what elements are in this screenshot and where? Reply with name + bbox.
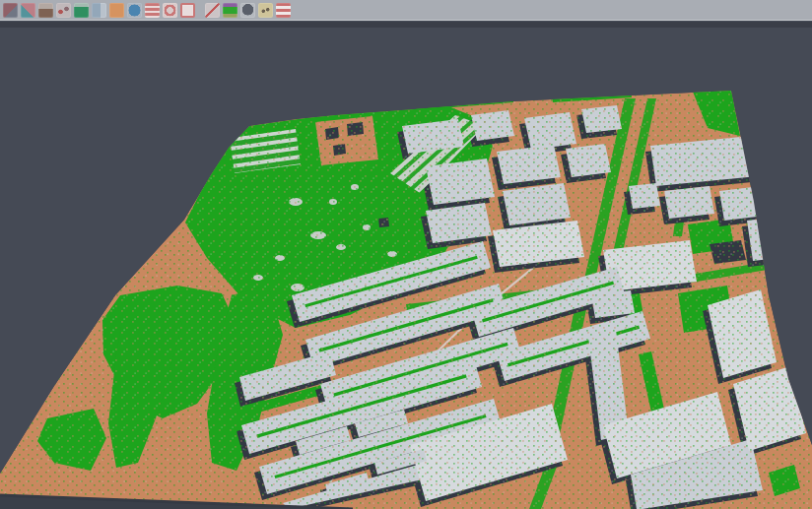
toolbar-separator-strip <box>0 22 812 28</box>
application-window <box>0 0 812 509</box>
toolbar-icon-red-list[interactable] <box>145 3 160 18</box>
toolbar <box>0 0 812 21</box>
terrain-layer <box>0 90 812 509</box>
3d-viewport[interactable] <box>0 0 812 509</box>
toolbar-icon-globe-sphere[interactable] <box>127 3 142 18</box>
toolbar-icon-mesh-terrain[interactable] <box>38 3 53 18</box>
toolbar-icon-dark-sphere[interactable] <box>240 3 255 18</box>
toolbar-icon-layers[interactable] <box>3 3 18 18</box>
toolbar-icon-vertical-profile[interactable] <box>92 3 106 18</box>
toolbar-icon-target-circle[interactable] <box>163 3 177 18</box>
toolbar-icon-selection-brackets[interactable] <box>180 3 195 18</box>
toolbar-icon-clear-cross[interactable] <box>205 3 220 18</box>
toolbar-icon-align-points[interactable] <box>21 3 35 18</box>
toolbar-icon-classification-colors[interactable] <box>223 3 237 18</box>
toolbar-icon-red-table[interactable] <box>276 3 291 18</box>
toolbar-icon-terrain-green[interactable] <box>74 3 89 18</box>
toolbar-icon-point-picking[interactable] <box>56 3 71 18</box>
toolbar-icon-label-tag[interactable] <box>258 3 273 18</box>
toolbar-icon-orange-box[interactable] <box>109 3 124 18</box>
